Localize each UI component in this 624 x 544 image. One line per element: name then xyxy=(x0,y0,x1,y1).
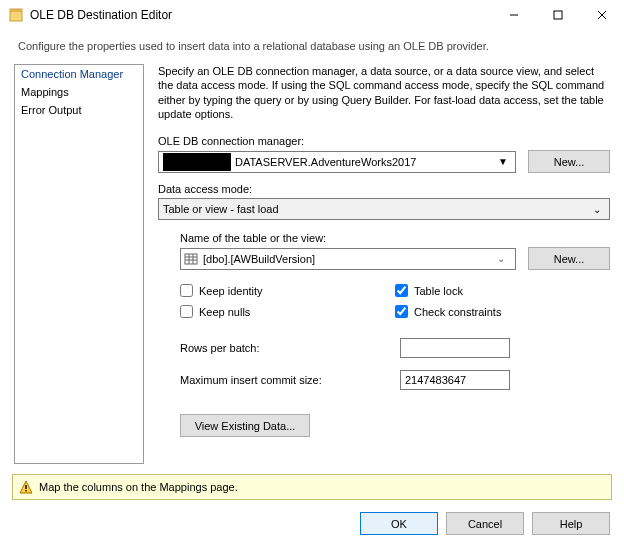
view-existing-data-button[interactable]: View Existing Data... xyxy=(180,414,310,437)
chevron-down-icon: ⌄ xyxy=(497,253,513,264)
svg-rect-12 xyxy=(25,485,26,489)
warning-bar: Map the columns on the Mappings page. xyxy=(12,474,612,500)
page-list: Connection Manager Mappings Error Output xyxy=(14,64,144,464)
sidebar-item-connection-manager[interactable]: Connection Manager xyxy=(15,65,143,83)
max-commit-label: Maximum insert commit size: xyxy=(180,374,400,386)
access-mode-label: Data access mode: xyxy=(158,183,610,195)
app-icon xyxy=(8,7,24,23)
svg-rect-6 xyxy=(185,254,197,264)
table-icon xyxy=(183,252,199,266)
chevron-down-icon: ▼ xyxy=(495,156,511,167)
table-name-dropdown[interactable]: [dbo].[AWBuildVersion] ⌄ xyxy=(180,248,516,270)
table-name-value: [dbo].[AWBuildVersion] xyxy=(203,253,497,265)
max-commit-input[interactable] xyxy=(400,370,510,390)
keep-identity-checkbox[interactable]: Keep identity xyxy=(180,284,395,297)
svg-rect-13 xyxy=(25,490,26,491)
minimize-button[interactable] xyxy=(492,0,536,30)
sidebar-item-mappings[interactable]: Mappings xyxy=(15,83,143,101)
svg-rect-1 xyxy=(10,9,22,12)
warning-text: Map the columns on the Mappings page. xyxy=(39,481,238,493)
close-button[interactable] xyxy=(580,0,624,30)
rows-per-batch-label: Rows per batch: xyxy=(180,342,400,354)
connection-manager-dropdown[interactable]: DATASERVER.AdventureWorks2017 ▼ xyxy=(158,151,516,173)
maximize-button[interactable] xyxy=(536,0,580,30)
page-description: Specify an OLE DB connection manager, a … xyxy=(158,64,610,121)
window-title: OLE DB Destination Editor xyxy=(30,8,492,22)
table-lock-checkbox[interactable]: Table lock xyxy=(395,284,610,297)
check-constraints-checkbox[interactable]: Check constraints xyxy=(395,305,610,318)
svg-rect-3 xyxy=(554,11,562,19)
new-table-button[interactable]: New... xyxy=(528,247,610,270)
table-name-label: Name of the table or the view: xyxy=(180,232,610,244)
redacted-block xyxy=(163,153,231,171)
chevron-down-icon: ⌄ xyxy=(589,204,605,215)
new-connection-button[interactable]: New... xyxy=(528,150,610,173)
rows-per-batch-input[interactable] xyxy=(400,338,510,358)
connection-manager-value: DATASERVER.AdventureWorks2017 xyxy=(235,156,495,168)
titlebar: OLE DB Destination Editor xyxy=(0,0,624,30)
window-subtitle: Configure the properties used to insert … xyxy=(0,30,624,64)
warning-icon xyxy=(19,480,33,494)
ok-button[interactable]: OK xyxy=(360,512,438,535)
help-button[interactable]: Help xyxy=(532,512,610,535)
keep-nulls-checkbox[interactable]: Keep nulls xyxy=(180,305,395,318)
connection-label: OLE DB connection manager: xyxy=(158,135,610,147)
access-mode-dropdown[interactable]: Table or view - fast load ⌄ xyxy=(158,198,610,220)
cancel-button[interactable]: Cancel xyxy=(446,512,524,535)
sidebar-item-error-output[interactable]: Error Output xyxy=(15,101,143,119)
access-mode-value: Table or view - fast load xyxy=(163,203,589,215)
